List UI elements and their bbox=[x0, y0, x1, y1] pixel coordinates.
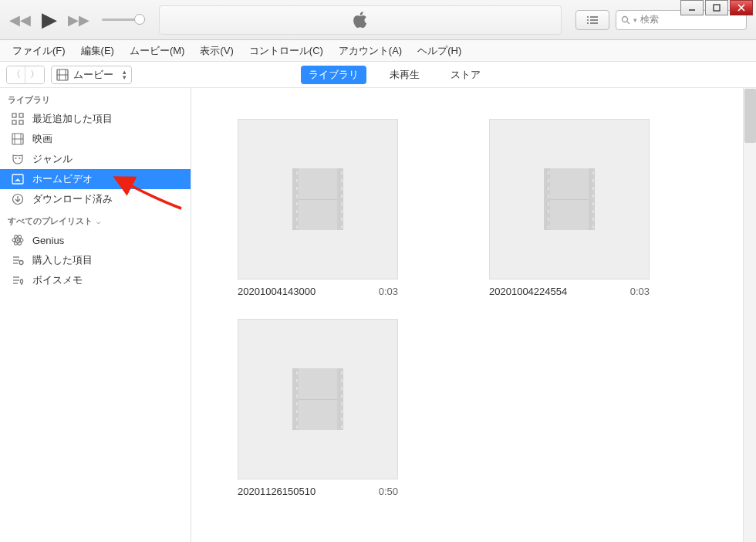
volume-slider[interactable] bbox=[102, 19, 145, 21]
genius-atom-icon bbox=[11, 233, 25, 247]
svg-line-11 bbox=[627, 22, 629, 24]
media-select-label: ムービー bbox=[73, 68, 113, 82]
video-name: 20201126150510 bbox=[238, 486, 316, 497]
video-thumbnail bbox=[238, 319, 398, 479]
sidebar-item-recent[interactable]: 最近追加した項目 bbox=[0, 109, 191, 129]
media-type-selector[interactable]: ムービー ▴▾ bbox=[51, 66, 132, 84]
video-item[interactable]: 202010042245540:03 bbox=[489, 119, 650, 297]
menu-file[interactable]: ファイル(F) bbox=[6, 42, 72, 60]
tab-store[interactable]: ストア bbox=[443, 66, 488, 84]
tab-library[interactable]: ライブラリ bbox=[301, 66, 366, 84]
tab-unplayed[interactable]: 未再生 bbox=[382, 66, 427, 84]
nav-back-button[interactable]: 〈 bbox=[7, 66, 25, 83]
sidebar-item-label: ホームビデオ bbox=[32, 172, 93, 186]
svg-rect-17 bbox=[19, 113, 23, 117]
svg-rect-18 bbox=[12, 120, 16, 124]
video-duration: 0:03 bbox=[630, 286, 650, 297]
sidebar-item-label: ジャンル bbox=[32, 152, 73, 166]
purchased-list-icon bbox=[11, 253, 25, 267]
sidebar-item-downloaded[interactable]: ダウンロード済み bbox=[0, 189, 191, 209]
svg-point-10 bbox=[623, 16, 628, 22]
playback-controls: ◀◀ ▶ ▶▶ bbox=[9, 9, 145, 31]
previous-button[interactable]: ◀◀ bbox=[9, 9, 31, 31]
video-item[interactable]: 202011261505100:50 bbox=[238, 319, 398, 497]
menu-bar: ファイル(F) 編集(E) ムービー(M) 表示(V) コントロール(C) アカ… bbox=[0, 40, 756, 62]
nav-forward-button[interactable]: 〉 bbox=[25, 66, 44, 83]
select-carets-icon: ▴▾ bbox=[123, 69, 127, 80]
main-area: ライブラリ 最近追加した項目 映画 ジャンル ホームビデオ ダウンロード済み す… bbox=[0, 88, 756, 542]
navigation-bar: 〈 〉 ムービー ▴▾ ライブラリ 未再生 ストア bbox=[0, 62, 756, 88]
video-thumbnail bbox=[238, 119, 398, 279]
video-grid: 202010041430000:03 202010042245540:03 20… bbox=[238, 119, 710, 497]
close-button[interactable] bbox=[730, 0, 753, 15]
content-area: 202010041430000:03 202010042245540:03 20… bbox=[191, 88, 756, 542]
sidebar-item-label: 最近追加した項目 bbox=[32, 112, 113, 126]
center-tabs: ライブラリ 未再生 ストア bbox=[132, 66, 657, 84]
video-duration: 0:50 bbox=[379, 486, 398, 497]
window-controls bbox=[680, 0, 753, 15]
menu-help[interactable]: ヘルプ(H) bbox=[411, 42, 467, 60]
menu-view[interactable]: 表示(V) bbox=[194, 42, 239, 60]
video-duration: 0:03 bbox=[379, 286, 398, 297]
film-icon bbox=[11, 132, 25, 146]
menu-account[interactable]: アカウント(A) bbox=[332, 42, 408, 60]
film-icon bbox=[56, 69, 69, 81]
menu-movie[interactable]: ムービー(M) bbox=[123, 42, 191, 60]
svg-rect-16 bbox=[12, 113, 16, 117]
svg-point-31 bbox=[17, 239, 19, 242]
video-name: 20201004143000 bbox=[238, 286, 316, 297]
grid-icon bbox=[11, 112, 25, 126]
video-name: 20201004224554 bbox=[489, 286, 567, 297]
svg-point-35 bbox=[19, 261, 23, 265]
chevron-down-icon: ⌵ bbox=[94, 218, 100, 225]
video-item[interactable]: 202010041430000:03 bbox=[238, 119, 398, 297]
sidebar-item-genius[interactable]: Genius bbox=[0, 230, 191, 250]
lcd-display bbox=[159, 5, 562, 35]
sidebar-item-label: 購入した項目 bbox=[32, 253, 93, 267]
minimize-button[interactable] bbox=[680, 0, 704, 15]
home-video-icon bbox=[11, 172, 25, 186]
apple-logo-icon bbox=[352, 10, 369, 30]
sidebar-item-movies[interactable]: 映画 bbox=[0, 129, 191, 149]
sidebar: ライブラリ 最近追加した項目 映画 ジャンル ホームビデオ ダウンロード済み す… bbox=[0, 88, 191, 542]
vertical-scrollbar[interactable] bbox=[743, 88, 756, 542]
svg-rect-19 bbox=[19, 120, 23, 124]
sidebar-item-home-videos[interactable]: ホームビデオ bbox=[0, 169, 191, 189]
player-toolbar: ◀◀ ▶ ▶▶ ▾ 検索 bbox=[0, 0, 756, 40]
sidebar-item-label: ボイスメモ bbox=[32, 273, 83, 287]
sidebar-item-voicememos[interactable]: ボイスメモ bbox=[0, 270, 191, 290]
sidebar-item-genres[interactable]: ジャンル bbox=[0, 149, 191, 169]
play-button[interactable]: ▶ bbox=[39, 9, 60, 31]
menu-edit[interactable]: 編集(E) bbox=[75, 42, 120, 60]
list-view-button[interactable] bbox=[575, 10, 609, 30]
menu-control[interactable]: コントロール(C) bbox=[243, 42, 329, 60]
sidebar-item-label: Genius bbox=[32, 235, 64, 246]
svg-point-25 bbox=[19, 158, 21, 159]
download-icon bbox=[11, 192, 25, 206]
sidebar-section-playlists[interactable]: すべてのプレイリスト ⌵ bbox=[0, 209, 191, 230]
search-dropdown-icon: ▾ bbox=[633, 16, 637, 24]
sidebar-item-label: 映画 bbox=[32, 132, 52, 146]
maximize-button[interactable] bbox=[705, 0, 728, 15]
sidebar-section-library: ライブラリ bbox=[0, 88, 191, 109]
voice-memo-list-icon bbox=[11, 273, 25, 287]
theater-mask-icon bbox=[11, 152, 25, 166]
svg-rect-39 bbox=[21, 279, 23, 283]
search-placeholder: 検索 bbox=[640, 13, 659, 26]
search-icon bbox=[621, 15, 630, 25]
next-button[interactable]: ▶▶ bbox=[68, 9, 89, 31]
sidebar-item-purchased[interactable]: 購入した項目 bbox=[0, 250, 191, 270]
svg-rect-1 bbox=[714, 5, 720, 11]
video-thumbnail bbox=[489, 119, 650, 279]
svg-point-24 bbox=[15, 158, 17, 159]
nav-history: 〈 〉 bbox=[6, 66, 45, 84]
sidebar-item-label: ダウンロード済み bbox=[32, 192, 113, 206]
